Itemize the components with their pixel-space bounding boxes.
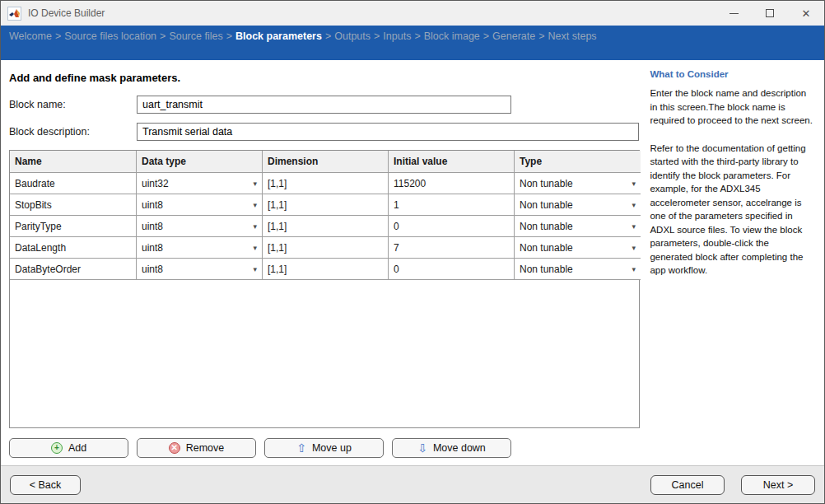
column-header-dimension: Dimension <box>263 151 389 173</box>
data-type-dropdown[interactable]: uint8▾ <box>137 216 263 237</box>
chevron-down-icon: ▾ <box>632 265 636 273</box>
breadcrumb-step-generate: Generate <box>492 30 535 42</box>
param-name-cell[interactable]: DataByteOrder <box>10 259 137 280</box>
data-type-dropdown[interactable]: uint8▾ <box>137 259 263 280</box>
sidebar-paragraph: Enter the block name and description in … <box>650 86 813 128</box>
close-button[interactable]: ✕ <box>788 1 824 26</box>
chevron-down-icon: ▾ <box>253 180 257 188</box>
breadcrumb-step-next-steps: Next steps <box>548 30 597 42</box>
table-row: Baudrate uint32▾ [1,1] 115200 Non tunabl… <box>10 173 639 194</box>
sidebar-heading: What to Consider <box>650 69 813 79</box>
param-name-cell[interactable]: DataLength <box>10 237 137 259</box>
cancel-button[interactable]: Cancel <box>650 475 725 495</box>
type-dropdown[interactable]: Non tunable▾ <box>515 194 641 216</box>
param-name-cell[interactable]: StopBits <box>10 194 137 216</box>
help-sidebar: What to Consider Enter the block name an… <box>646 60 824 465</box>
chevron-down-icon: ▾ <box>253 265 257 273</box>
type-dropdown[interactable]: Non tunable▾ <box>515 259 641 280</box>
column-header-data-type: Data type <box>137 151 263 173</box>
block-description-input[interactable] <box>137 123 639 141</box>
page-title: Add and define mask parameters. <box>9 72 646 84</box>
type-value: Non tunable <box>520 264 573 275</box>
chevron-down-icon: ▾ <box>253 222 257 231</box>
window-controls: ✕ <box>715 1 824 26</box>
column-header-name: Name <box>10 151 137 173</box>
type-dropdown[interactable]: Non tunable▾ <box>515 237 641 259</box>
data-type-value: uint8 <box>142 264 163 275</box>
column-header-type: Type <box>515 151 641 173</box>
matlab-app-icon <box>7 7 21 21</box>
maximize-icon <box>766 9 774 17</box>
chevron-down-icon: ▾ <box>253 201 257 209</box>
remove-x-icon: ✕ <box>169 442 180 454</box>
type-dropdown[interactable]: Non tunable▾ <box>515 216 641 237</box>
type-value: Non tunable <box>520 178 573 189</box>
initial-value-cell[interactable]: 115200 <box>389 173 515 194</box>
dimension-cell[interactable]: [1,1] <box>263 194 389 216</box>
chevron-down-icon: ▾ <box>632 201 636 209</box>
content-area: Add and define mask parameters. Block na… <box>1 60 824 465</box>
move-up-button-label: Move up <box>312 442 352 454</box>
breadcrumb-step-source-files: Source files <box>169 30 222 42</box>
breadcrumb-separator: > <box>325 30 331 42</box>
chevron-down-icon: ▾ <box>632 180 636 188</box>
param-name-cell[interactable]: Baudrate <box>10 173 137 194</box>
data-type-dropdown[interactable]: uint32▾ <box>137 173 263 194</box>
data-type-value: uint8 <box>142 242 163 254</box>
type-dropdown[interactable]: Non tunable▾ <box>515 173 641 194</box>
breadcrumb-step-block-image: Block image <box>424 30 480 42</box>
add-plus-icon: + <box>51 442 63 454</box>
block-description-label: Block description: <box>9 126 137 138</box>
breadcrumb-separator: > <box>226 30 232 42</box>
data-type-dropdown[interactable]: uint8▾ <box>137 194 263 216</box>
block-name-label: Block name: <box>9 99 137 110</box>
arrow-up-icon: ⇧ <box>296 442 306 454</box>
param-name-cell[interactable]: ParityType <box>10 216 137 237</box>
block-description-row: Block description: <box>9 123 646 141</box>
remove-button-label: Remove <box>186 442 225 454</box>
breadcrumb-separator: > <box>374 30 380 42</box>
table-header-row: Name Data type Dimension Initial value T… <box>10 151 639 173</box>
dimension-cell[interactable]: [1,1] <box>263 259 389 280</box>
block-name-input[interactable] <box>137 96 511 114</box>
breadcrumb-step-inputs: Inputs <box>383 30 411 42</box>
arrow-down-icon: ⇩ <box>417 442 427 454</box>
titlebar: IO Device Builder ✕ <box>1 1 824 26</box>
footer-bar: < Back Cancel Next > <box>1 465 824 503</box>
add-button[interactable]: + Add <box>9 438 128 458</box>
data-type-dropdown[interactable]: uint8▾ <box>137 237 263 259</box>
sidebar-paragraph: Refer to the documentation of getting st… <box>650 142 813 278</box>
window-title: IO Device Builder <box>28 7 105 19</box>
parameters-table: Name Data type Dimension Initial value T… <box>9 150 640 428</box>
minimize-button[interactable] <box>715 1 752 26</box>
table-row: ParityType uint8▾ [1,1] 0 Non tunable▾ <box>10 216 639 237</box>
breadcrumb-separator: > <box>160 30 165 42</box>
dimension-cell[interactable]: [1,1] <box>263 216 389 237</box>
move-up-button[interactable]: ⇧ Move up <box>264 438 384 458</box>
breadcrumb-step-outputs: Outputs <box>334 30 371 42</box>
next-button[interactable]: Next > <box>741 475 815 495</box>
breadcrumb-separator: > <box>483 30 489 42</box>
initial-value-cell[interactable]: 0 <box>389 216 515 237</box>
dimension-cell[interactable]: [1,1] <box>263 173 389 194</box>
initial-value-cell[interactable]: 0 <box>389 259 515 280</box>
move-down-button[interactable]: ⇩ Move down <box>392 438 511 458</box>
close-icon: ✕ <box>802 8 811 19</box>
initial-value-cell[interactable]: 7 <box>389 237 515 259</box>
breadcrumb-step-welcome: Welcome <box>9 30 52 42</box>
block-name-row: Block name: <box>9 96 646 114</box>
dimension-cell[interactable]: [1,1] <box>263 237 389 259</box>
remove-button[interactable]: ✕ Remove <box>137 438 256 458</box>
footer-right-buttons: Cancel Next > <box>650 475 815 495</box>
initial-value-cell[interactable]: 1 <box>389 194 515 216</box>
table-action-buttons: + Add ✕ Remove ⇧ Move up ⇩ Move down <box>9 438 646 458</box>
maximize-button[interactable] <box>752 1 788 26</box>
back-button[interactable]: < Back <box>10 475 81 495</box>
breadcrumb-step-block-parameters: Block parameters <box>235 30 322 42</box>
breadcrumb-separator: > <box>538 30 544 42</box>
type-value: Non tunable <box>520 221 573 232</box>
add-button-label: Add <box>68 442 86 454</box>
table-row: StopBits uint8▾ [1,1] 1 Non tunable▾ <box>10 194 639 216</box>
minimize-icon <box>729 13 739 14</box>
chevron-down-icon: ▾ <box>632 222 636 231</box>
